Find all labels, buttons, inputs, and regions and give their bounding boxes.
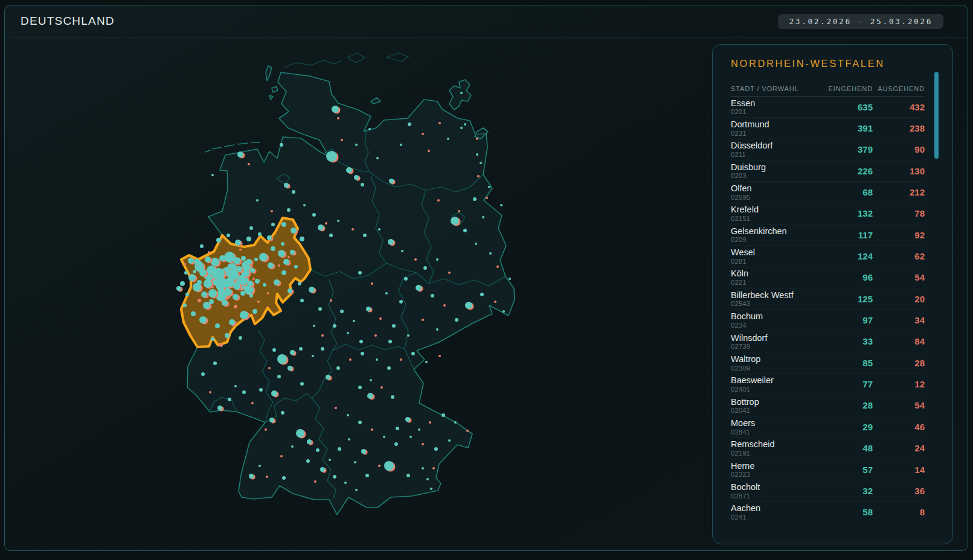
map-dot xyxy=(259,253,268,261)
city-name: Bocholt xyxy=(731,482,820,492)
incoming-value: 635 xyxy=(820,102,873,112)
map-dot xyxy=(249,294,253,298)
map-dot xyxy=(428,150,430,152)
map-dot xyxy=(437,199,440,202)
map-dot xyxy=(281,411,284,415)
map-dot xyxy=(274,279,280,285)
table-row[interactable]: Essen0201635432 xyxy=(731,97,925,118)
map-dot xyxy=(188,274,196,281)
map-dot xyxy=(267,235,272,240)
denmark-outline xyxy=(284,53,408,68)
table-row[interactable]: Duisburg0203226130 xyxy=(731,161,925,182)
city-name: Krefeld xyxy=(731,205,820,215)
map-dot xyxy=(447,138,449,140)
city-prefix: 02871 xyxy=(731,492,820,500)
table-row[interactable]: Bochum02349734 xyxy=(731,310,925,331)
map-dot xyxy=(325,222,327,224)
map-dot xyxy=(259,388,263,392)
map-dot xyxy=(259,465,261,467)
map-dot xyxy=(300,299,304,302)
table-row[interactable]: Dortmund0231391238 xyxy=(731,118,925,139)
map-dot xyxy=(422,467,424,469)
map-dot xyxy=(266,476,268,478)
incoming-value: 77 xyxy=(820,379,873,389)
map-dot xyxy=(184,263,186,266)
map-dot xyxy=(281,242,284,246)
table-row[interactable]: Düsseldorf021137990 xyxy=(731,139,925,161)
map-dot xyxy=(400,144,402,146)
incoming-value: 117 xyxy=(820,230,873,240)
table-row[interactable]: Waltrop023098528 xyxy=(731,352,925,374)
map-dot xyxy=(225,288,232,296)
map-dot xyxy=(388,239,394,245)
scrollbar-thumb[interactable] xyxy=(934,72,939,159)
map-dot xyxy=(476,138,478,140)
map-dot xyxy=(414,258,417,261)
map-dot xyxy=(480,162,482,164)
table-row[interactable]: Köln02219654 xyxy=(731,267,925,288)
map-dot xyxy=(337,220,339,222)
map-dot xyxy=(256,199,259,202)
map-dot xyxy=(354,175,359,180)
table-row[interactable]: Olfen0259568212 xyxy=(731,182,925,203)
map-dot xyxy=(365,474,369,477)
table-row[interactable]: Aachen0241588 xyxy=(731,502,925,520)
map-dot xyxy=(257,301,260,303)
map-dot xyxy=(384,461,394,471)
city-cell: Moers02841 xyxy=(731,418,820,436)
table-row[interactable]: Moers028412946 xyxy=(731,416,925,438)
table-row[interactable]: Krefeld0215113278 xyxy=(731,203,925,224)
map-dot xyxy=(349,358,352,361)
map-dot xyxy=(268,262,274,269)
incoming-value: 97 xyxy=(820,315,873,325)
map-dot xyxy=(475,243,477,245)
map-dot xyxy=(347,414,349,416)
map-dot xyxy=(361,183,364,186)
table-row[interactable]: Gelsenkirchen020911792 xyxy=(731,224,925,246)
table-row[interactable]: Wesel028112462 xyxy=(731,246,925,267)
map-dot xyxy=(448,439,451,442)
city-cell: Wilnsdorf02739 xyxy=(731,332,820,351)
map-dot xyxy=(423,266,427,270)
map-dot xyxy=(405,417,410,422)
map-dot xyxy=(426,478,429,480)
city-cell: Köln0221 xyxy=(731,268,820,287)
map-dot xyxy=(199,269,207,276)
city-prefix: 02041 xyxy=(731,407,820,415)
map-dot xyxy=(199,316,207,323)
city-name: Dortmund xyxy=(731,119,820,130)
map-dot xyxy=(465,302,472,309)
incoming-value: 132 xyxy=(820,208,873,218)
city-prefix: 02151 xyxy=(731,215,820,223)
outgoing-value: 62 xyxy=(873,251,925,261)
city-name: Duisburg xyxy=(731,162,820,173)
map-dot xyxy=(239,336,242,340)
table-row[interactable]: Billerbeck Westf0254312520 xyxy=(731,288,925,310)
table-row[interactable]: Remscheid021914824 xyxy=(731,438,925,459)
map-dot xyxy=(225,278,234,287)
outgoing-value: 78 xyxy=(873,208,925,218)
map-dot xyxy=(476,153,478,156)
table-row[interactable]: Bottrop020412854 xyxy=(731,395,925,416)
table-row[interactable]: Herne023235714 xyxy=(731,459,925,480)
map-dot xyxy=(367,393,373,399)
table-row[interactable]: Baesweiler024017712 xyxy=(731,374,925,395)
map-dot xyxy=(374,334,377,337)
table-row[interactable]: Wilnsdorf027393384 xyxy=(731,331,925,352)
city-cell: Remscheid02191 xyxy=(731,439,820,457)
map-dot xyxy=(228,398,231,401)
map-dot xyxy=(213,361,217,365)
city-prefix: 0281 xyxy=(731,258,820,266)
city-prefix: 0203 xyxy=(731,172,820,180)
map-dot xyxy=(204,279,212,288)
map-dot xyxy=(464,123,466,126)
incoming-value: 48 xyxy=(820,443,873,453)
map-dot xyxy=(185,293,189,296)
map-dot xyxy=(400,358,402,361)
city-name: Baesweiler xyxy=(731,375,820,386)
map-dot xyxy=(233,294,239,300)
map-dot xyxy=(434,447,438,451)
map-dot xyxy=(486,197,488,199)
table-row[interactable]: Bocholt028713236 xyxy=(731,480,925,501)
table-header: STADT / VORWAHL EINGEHEND AUSGEHEND xyxy=(731,81,925,96)
